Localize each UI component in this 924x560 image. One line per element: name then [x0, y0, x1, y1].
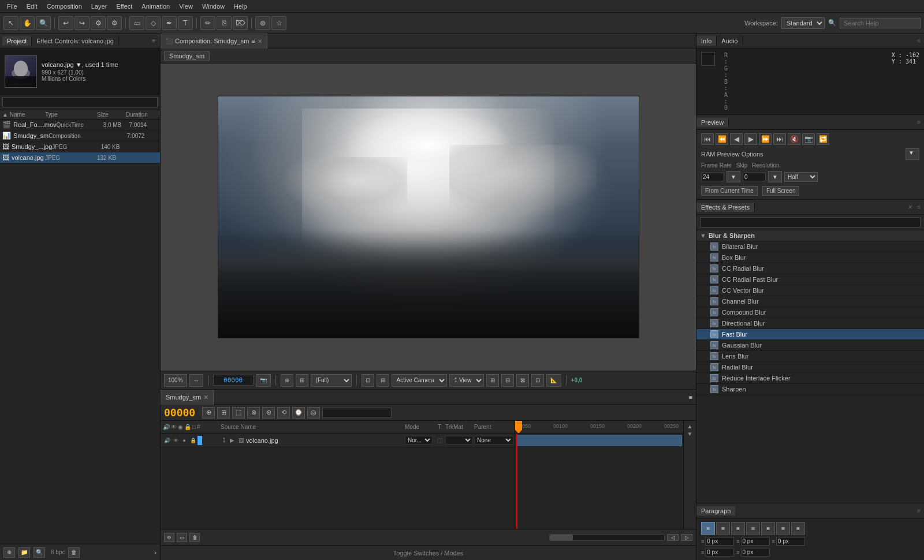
effect-lens-blur[interactable]: fx Lens Blur — [696, 351, 924, 362]
para-align-justify-center[interactable]: ≡ — [761, 522, 775, 535]
effects-presets-tab[interactable]: Effects & Presets — [696, 203, 755, 212]
panel-menu-icon[interactable]: ≡ — [150, 38, 158, 44]
layer-lock-toggle[interactable]: 🔒 — [189, 436, 197, 445]
snapshot-btn[interactable]: 📐 — [546, 374, 561, 387]
indent-left-input[interactable] — [705, 537, 734, 546]
indent-first-input[interactable] — [776, 537, 805, 546]
undo-button[interactable]: ↩ — [58, 16, 73, 30]
select-tool-button[interactable]: ↖ — [3, 16, 18, 30]
para-align-left[interactable]: ≡ — [701, 522, 715, 535]
preview-loop[interactable]: 🔁 — [817, 133, 829, 145]
layer-row-0[interactable]: 🔊 👁 ● 🔒 1 ▶ 🖼 volcano.jpg Nor — [161, 434, 515, 447]
effect-directional-blur[interactable]: fx Directional Blur — [696, 318, 924, 329]
channels-btn[interactable]: ⊕ — [281, 374, 293, 387]
view-layout2-btn[interactable]: ⊟ — [501, 374, 514, 387]
new-solid-btn[interactable]: ▭ — [177, 533, 187, 542]
layer-audio-toggle[interactable]: 🔊 — [163, 436, 171, 445]
menu-window[interactable]: Window — [198, 0, 229, 13]
project-row-0[interactable]: 🎬 Real_Fo....mov QuickTime 3,0 MB 7:0014 — [0, 120, 160, 130]
fit-btn[interactable]: ↔ — [189, 374, 203, 387]
render-button[interactable]: ⚙ — [91, 16, 106, 30]
preview-last-frame[interactable]: ⏭ — [773, 133, 786, 145]
comp-timecode[interactable]: 00000 — [213, 375, 254, 386]
effects-panel-menu[interactable]: ≡ — [916, 204, 922, 210]
effect-cc-vector-blur[interactable]: fx CC Vector Blur — [696, 285, 924, 296]
search-project-button[interactable]: 🔍 — [33, 547, 45, 558]
quality-dropdown[interactable]: (Full)(Half)(Third)(Quarter) — [311, 374, 352, 387]
effect-channel-blur[interactable]: fx Channel Blur — [696, 296, 924, 307]
render-queue-btn[interactable]: 🗑 — [189, 533, 200, 542]
text-tool-button[interactable]: T — [178, 16, 193, 30]
timeline-zoom-in[interactable]: ▷ — [681, 534, 692, 541]
info-panel-menu-icon[interactable]: ≡ — [914, 38, 924, 44]
indent-right-input[interactable] — [741, 537, 770, 546]
project-row-1[interactable]: 📊 Smudgy_sm Composition 7:0072 — [0, 130, 160, 141]
menu-layer[interactable]: Layer — [87, 0, 112, 13]
roto-tool-button[interactable]: ⊛ — [255, 16, 270, 30]
effect-bilateral-blur[interactable]: fx Bilateral Blur — [696, 241, 924, 252]
new-comp-btn[interactable]: ⊕ — [164, 533, 174, 542]
region-btn[interactable]: ⊞ — [377, 374, 389, 387]
menu-file[interactable]: File — [2, 0, 22, 13]
preview-panel-menu[interactable]: ≡ — [914, 119, 924, 125]
menu-help[interactable]: Help — [229, 0, 252, 13]
transparency-btn[interactable]: ⊞ — [296, 374, 308, 387]
preview-first-frame[interactable]: ⏮ — [701, 133, 714, 145]
hand-tool-button[interactable]: ✋ — [20, 16, 35, 30]
frame-rate-input[interactable] — [701, 173, 724, 181]
track-content[interactable]: Active — [515, 434, 683, 529]
timeline-tool-3[interactable]: ⬚ — [232, 407, 245, 419]
folder-button[interactable]: 📁 — [18, 547, 30, 558]
timeline-search-input[interactable] — [322, 408, 392, 418]
project-row-2[interactable]: 🖼 Smudgy_...jpg JPEG 140 KB — [0, 141, 160, 152]
layer-expand-arrow[interactable]: ▶ — [230, 437, 234, 443]
skip-dropdown[interactable]: ▼ — [768, 171, 782, 182]
timeline-scrollbar[interactable] — [549, 534, 665, 541]
camera-btn[interactable]: 📷 — [256, 374, 271, 387]
menu-view[interactable]: View — [174, 0, 198, 13]
space-after-input[interactable] — [741, 548, 770, 557]
preview-snapshot[interactable]: 📷 — [802, 133, 815, 145]
effect-cc-radial-blur[interactable]: fx CC Radial Blur — [696, 263, 924, 274]
comp-canvas[interactable] — [161, 64, 696, 371]
menu-composition[interactable]: Composition — [42, 0, 87, 13]
timeline-tool-4[interactable]: ⊗ — [247, 407, 260, 419]
audio-tab[interactable]: Audio — [717, 36, 743, 46]
clone-tool-button[interactable]: ⎘ — [217, 16, 232, 30]
effects-panel-close[interactable]: ✕ — [907, 204, 914, 210]
effects-search-input[interactable] — [700, 217, 921, 227]
preview-prev-frame[interactable]: ⏪ — [716, 133, 728, 145]
settings-button[interactable]: ⚙ — [107, 16, 122, 30]
preview-mute[interactable]: 🔇 — [788, 133, 800, 145]
timeline-zoom-out[interactable]: ◁ — [667, 534, 679, 541]
layer-solo-toggle[interactable]: ● — [180, 436, 188, 445]
effect-reduce-flicker[interactable]: fx Reduce Interlace Flicker — [696, 373, 924, 384]
layer-parent-select-0[interactable]: None — [474, 436, 513, 445]
timeline-scroll-up[interactable]: ▲ — [687, 423, 693, 430]
effects-category-blur[interactable]: ▼ Blur & Sharpen — [696, 230, 924, 241]
timeline-tool-6[interactable]: ⟲ — [277, 407, 290, 419]
puppet-tool-button[interactable]: ☆ — [271, 16, 286, 30]
effect-gaussian-blur[interactable]: fx Gaussian Blur — [696, 340, 924, 351]
project-row-3[interactable]: 🖼 volcano.jpg JPEG 132 KB — [0, 152, 160, 163]
zoom-tool-button[interactable]: 🔍 — [36, 16, 51, 30]
timeline-tool-2[interactable]: ⊞ — [217, 407, 230, 419]
para-align-justify-left[interactable]: ≡ — [746, 522, 760, 535]
timeline-timecode[interactable]: 00000 — [164, 406, 195, 419]
effect-compound-blur[interactable]: fx Compound Blur — [696, 307, 924, 318]
track-bar-0[interactable] — [516, 435, 682, 446]
layer-mode-select-0[interactable]: Nor... — [405, 436, 433, 445]
menu-effect[interactable]: Effect — [111, 0, 137, 13]
layer-trk-select-0[interactable] — [445, 436, 473, 445]
menu-edit[interactable]: Edit — [22, 0, 42, 13]
scroll-right-btn[interactable]: › — [154, 549, 157, 556]
para-align-justify-right[interactable]: ≡ — [776, 522, 790, 535]
comp-tab-close[interactable]: ✕ — [258, 38, 262, 44]
timeline-panel-menu[interactable]: ≡ — [689, 394, 696, 401]
paragraph-panel-menu[interactable]: ≡ — [914, 507, 924, 514]
paragraph-tab[interactable]: Paragraph — [696, 506, 735, 516]
brush-tool-button[interactable]: ✏ — [200, 16, 215, 30]
from-current-btn[interactable]: From Current Time — [701, 186, 758, 196]
ram-preview-dropdown[interactable]: ▼ — [906, 148, 919, 160]
workspace-dropdown[interactable]: Standard — [781, 17, 825, 29]
